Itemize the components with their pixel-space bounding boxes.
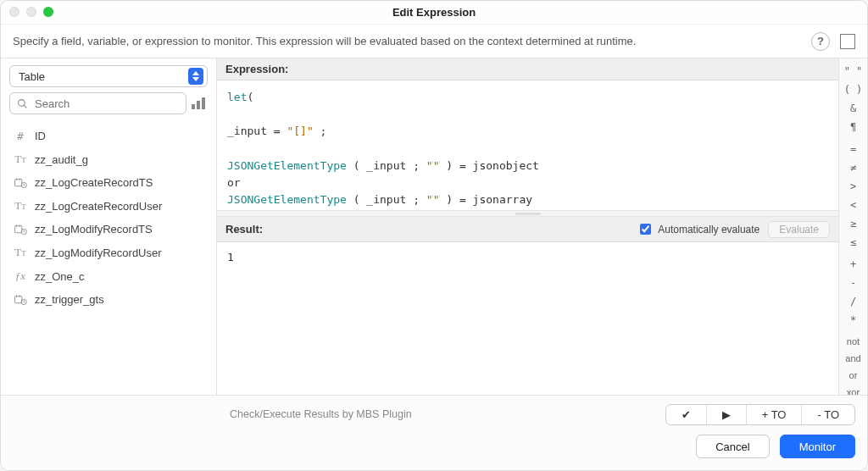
operator-button[interactable]: & [850, 101, 856, 116]
field-item[interactable]: TTzz_audit_g [1, 147, 216, 171]
operator-button[interactable]: ≥ [850, 216, 856, 231]
chevron-updown-icon [188, 68, 203, 85]
operator-button[interactable]: ¶ [850, 119, 856, 135]
operator-button[interactable]: and [845, 352, 860, 365]
search-input[interactable] [33, 97, 179, 111]
footer-note: Check/Execute Results by MBS Plugin [13, 408, 412, 420]
operator-button[interactable]: + [850, 257, 856, 272]
field-name: zz_LogCreateRecordUser [35, 200, 162, 213]
svg-line-7 [24, 185, 25, 186]
field-name: zz_One_c [35, 270, 85, 283]
operator-button[interactable]: > [850, 179, 856, 194]
hint-text: Specify a field, variable, or expression… [13, 35, 636, 47]
field-name: zz_trigger_gts [35, 293, 104, 306]
cancel-button[interactable]: Cancel [696, 435, 769, 458]
sort-icon[interactable] [192, 97, 208, 109]
operator-panel: " "( )&¶=≠><≥≤+-/*notandorxor^ [838, 58, 867, 395]
operator-button[interactable]: or [849, 368, 858, 382]
svg-rect-8 [14, 225, 21, 232]
table-select-value: Table [19, 70, 45, 83]
window-controls [9, 7, 53, 17]
footer: Check/Execute Results by MBS Plugin ✔ ▶ … [1, 395, 867, 470]
field-item[interactable]: TTzz_LogCreateRecordUser [1, 194, 216, 218]
operator-button[interactable]: not [847, 335, 860, 348]
auto-eval-checkbox[interactable]: Automatically evaluate [637, 221, 760, 237]
field-item[interactable]: TTzz_LogModifyRecordUser [1, 241, 216, 264]
hint-bar: Specify a field, variable, or expression… [1, 25, 867, 58]
field-type-icon: # [13, 130, 28, 142]
left-panel: Table #IDTTzz_audit_gzz_LogCr [1, 58, 217, 395]
action-segment: ✔ ▶ + TO - TO [665, 404, 855, 425]
field-type-icon [13, 294, 28, 306]
close-window-button[interactable] [9, 7, 19, 17]
center-panel: Expression: let( _input = "[]" ; JSONGet… [217, 58, 838, 395]
field-name: zz_LogModifyRecordTS [35, 223, 153, 236]
field-item[interactable]: zz_LogModifyRecordTS [1, 218, 216, 241]
field-type-icon: ƒx [13, 269, 28, 283]
field-item[interactable]: #ID [1, 125, 216, 147]
svg-line-13 [24, 231, 25, 232]
minus-to-button[interactable]: - TO [802, 405, 854, 424]
check-button[interactable]: ✔ [666, 405, 707, 424]
expression-header: Expression: [217, 58, 838, 80]
plus-to-button[interactable]: + TO [747, 405, 803, 424]
field-name: zz_audit_g [35, 153, 88, 166]
result-header: Result: Automatically evaluate Evaluate [217, 217, 838, 242]
field-name: ID [35, 130, 46, 142]
operator-button[interactable]: " " [844, 64, 863, 79]
auto-eval-label: Automatically evaluate [658, 224, 760, 236]
field-type-icon [13, 224, 28, 236]
result-label: Result: [225, 223, 263, 236]
operator-button[interactable]: ( ) [844, 82, 863, 97]
debugger-toggle-icon[interactable] [840, 34, 855, 49]
expression-editor[interactable]: let( _input = "[]" ; JSONGetElementType … [217, 80, 838, 210]
operator-button[interactable]: < [850, 197, 856, 213]
dialog-body: Table #IDTTzz_audit_gzz_LogCr [1, 58, 867, 395]
operator-button[interactable]: ≠ [850, 160, 856, 175]
evaluate-button[interactable]: Evaluate [768, 221, 830, 238]
window-title: Edit Expression [392, 6, 476, 19]
dialog-window: Edit Expression Specify a field, variabl… [0, 0, 868, 471]
help-button[interactable]: ? [811, 32, 830, 51]
svg-line-1 [24, 105, 26, 108]
split-handle[interactable] [217, 210, 838, 217]
minimize-window-button[interactable] [26, 7, 36, 17]
titlebar: Edit Expression [1, 1, 867, 25]
field-type-icon: TT [13, 152, 28, 166]
svg-rect-2 [14, 179, 21, 186]
monitor-button[interactable]: Monitor [780, 435, 855, 458]
table-select[interactable]: Table [9, 65, 208, 87]
main-area: Expression: let( _input = "[]" ; JSONGet… [217, 58, 867, 395]
field-list: #IDTTzz_audit_gzz_LogCreateRecordTSTTzz_… [1, 119, 216, 395]
field-item[interactable]: zz_LogCreateRecordTS [1, 171, 216, 194]
field-type-icon [13, 177, 28, 189]
search-input-wrapper [9, 92, 186, 114]
field-item[interactable]: zz_trigger_gts [1, 288, 216, 311]
svg-rect-14 [14, 296, 21, 302]
search-icon [17, 98, 28, 109]
svg-point-0 [19, 99, 25, 106]
operator-button[interactable]: - [850, 275, 856, 291]
result-value: 1 [217, 242, 838, 395]
field-name: zz_LogCreateRecordTS [35, 176, 153, 189]
zoom-window-button[interactable] [43, 7, 53, 17]
field-type-icon: TT [13, 199, 28, 213]
operator-button[interactable]: ≤ [850, 235, 856, 250]
operator-button[interactable]: = [850, 141, 856, 157]
field-name: zz_LogModifyRecordUser [35, 247, 162, 259]
svg-line-19 [24, 302, 25, 302]
field-item[interactable]: ƒxzz_One_c [1, 264, 216, 288]
operator-button[interactable]: * [850, 313, 856, 328]
field-type-icon: TT [13, 246, 28, 259]
operator-button[interactable]: / [850, 294, 856, 309]
play-button[interactable]: ▶ [707, 405, 747, 424]
